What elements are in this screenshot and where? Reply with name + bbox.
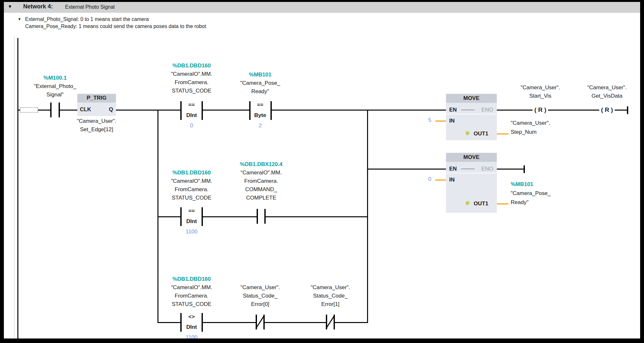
- move1-title[interactable]: MOVE: [463, 95, 479, 102]
- branch2-cmp-contact[interactable]: [180, 207, 182, 226]
- cmp2-type[interactable]: Byte: [254, 112, 266, 119]
- wire: [158, 216, 182, 217]
- no-contact-command-complete[interactable]: [264, 209, 266, 224]
- fresh-value-icon: ✳: [465, 200, 470, 206]
- empty-element-placeholder[interactable]: [20, 107, 38, 113]
- ptrig-pin-q[interactable]: Q: [109, 106, 113, 113]
- coil2-operand[interactable]: Get_VisData: [592, 93, 622, 99]
- branch3-cmp-contact[interactable]: [202, 313, 203, 332]
- branch3-cmp-address[interactable]: %DB1.DBD160: [172, 276, 211, 282]
- tia-portal-network-view: ▼ Network 4: External Photo Signal ▼ Ext…: [0, 0, 644, 343]
- move1-pin-in[interactable]: IN: [449, 118, 455, 124]
- network-body-border: [14, 36, 14, 338]
- nc2-operand[interactable]: "Camera_User".: [311, 284, 350, 291]
- move1-out-operand[interactable]: "Camera_User".: [511, 120, 550, 126]
- cmp2-operator[interactable]: ==: [257, 102, 263, 108]
- block-separator: [446, 114, 497, 114]
- branch2-cmp-value[interactable]: 1100: [186, 229, 198, 235]
- nc1-operand[interactable]: "Camera_User".: [241, 284, 280, 291]
- cmp1-type[interactable]: DInt: [186, 112, 197, 119]
- branch2-cmp-operand[interactable]: STATUS_CODE: [172, 195, 211, 201]
- branch2-contact-operand[interactable]: FromCamera.: [244, 178, 278, 184]
- ptrig-pin-clk[interactable]: CLK: [80, 106, 91, 113]
- no-contact-command-complete[interactable]: [257, 209, 258, 224]
- rung-end-terminal: [524, 165, 525, 173]
- branch3-cmp-type[interactable]: DInt: [186, 324, 197, 330]
- move1-out-operand[interactable]: Step_Num: [511, 129, 536, 135]
- branch2-contact-address[interactable]: %DB1.DBX120.4: [240, 161, 282, 168]
- move1-pin-en[interactable]: EN: [449, 107, 457, 113]
- power-rail: [17, 38, 18, 338]
- cmp1-operand[interactable]: FromCamera.: [175, 79, 209, 86]
- move2-title[interactable]: MOVE: [463, 154, 479, 161]
- reset-coil-start-vis[interactable]: ( R ): [535, 106, 546, 113]
- cmp1-contact[interactable]: [202, 101, 203, 120]
- no-contact-external-photo-signal[interactable]: [50, 103, 52, 117]
- move2-pin-in[interactable]: IN: [449, 177, 455, 183]
- cmp1-contact[interactable]: [180, 101, 182, 120]
- branch3-cmp-operand[interactable]: FromCamera.: [175, 293, 209, 299]
- ptrig-title[interactable]: P_TRIG: [87, 95, 106, 101]
- branch3-cmp-contact[interactable]: [180, 313, 182, 332]
- nc1-operand[interactable]: Error[0]: [251, 301, 270, 308]
- nc2-operand[interactable]: Error[1]: [321, 301, 340, 308]
- comment-collapse-icon[interactable]: ▼: [18, 17, 21, 21]
- move2-pin-en[interactable]: EN: [449, 166, 457, 172]
- contact-operand[interactable]: "External_Photo_: [34, 83, 76, 90]
- comment-line-1[interactable]: External_Photo_Signal: 0 to 1 means star…: [25, 16, 149, 23]
- cmp2-value[interactable]: 2: [259, 122, 261, 129]
- nc2-operand[interactable]: Status_Code_: [313, 293, 348, 299]
- cmp1-operand[interactable]: "CameraIO".MM.: [171, 71, 212, 77]
- cmp2-operand[interactable]: "Camera_Pose_: [240, 80, 280, 86]
- branch3-cmp-operator[interactable]: <>: [188, 314, 195, 320]
- branch2-cmp-address[interactable]: %DB1.DBD160: [172, 170, 211, 176]
- ptrig-operand[interactable]: Set_Edge[12]: [80, 126, 113, 133]
- move2-out-address[interactable]: %MB101: [511, 181, 533, 188]
- coil2-operand[interactable]: "Camera_User".: [587, 84, 627, 91]
- cmp2-contact[interactable]: [249, 101, 251, 120]
- block-separator: [446, 173, 497, 173]
- nc1-operand[interactable]: Status_Code_: [243, 293, 278, 299]
- cmp1-operand[interactable]: STATUS_CODE: [172, 88, 211, 94]
- ptrig-operand[interactable]: "Camera_User".: [77, 118, 117, 124]
- network-label[interactable]: Network 4:: [23, 3, 53, 10]
- branch2-cmp-operator[interactable]: ==: [188, 208, 195, 214]
- move2-out-operand[interactable]: "Camera_Pose_: [511, 190, 551, 197]
- branch3-cmp-operand[interactable]: "CameraIO".MM.: [171, 284, 212, 291]
- orange-wire: [497, 203, 508, 204]
- branch2-cmp-operand[interactable]: FromCamera.: [175, 186, 209, 193]
- coil1-operand[interactable]: "Camera_User".: [521, 84, 560, 91]
- contact-address[interactable]: %M100.1: [43, 75, 67, 81]
- move2-out-operand[interactable]: Ready": [511, 199, 528, 206]
- comment-line-2[interactable]: Camera_Pose_Ready: 1 means could send th…: [25, 23, 206, 30]
- branch2-cmp-contact[interactable]: [202, 207, 203, 226]
- branch3-cmp-value[interactable]: 1100: [186, 334, 198, 338]
- move2-pin-eno[interactable]: ENO: [481, 166, 493, 172]
- cmp1-address[interactable]: %DB1.DBD160: [172, 63, 211, 69]
- branch2-contact-operand[interactable]: COMMAND_: [245, 186, 277, 193]
- branch2-contact-operand[interactable]: "CameraIO".MM.: [241, 170, 282, 176]
- move2-in-value[interactable]: 0: [428, 176, 431, 182]
- reset-coil-get-visdata[interactable]: ( R ): [601, 106, 613, 113]
- coil1-operand[interactable]: Start_Vis: [529, 93, 552, 99]
- en-eno-dash: [461, 169, 475, 169]
- cmp2-contact[interactable]: [270, 101, 272, 120]
- move1-pin-eno[interactable]: ENO: [481, 107, 493, 113]
- wire: [203, 216, 257, 217]
- branch2-contact-operand[interactable]: COMPLETE: [246, 195, 276, 201]
- network-collapse-icon[interactable]: ▼: [8, 4, 12, 9]
- contact-operand[interactable]: Signal": [46, 92, 63, 98]
- cmp2-address[interactable]: %MB101: [249, 72, 271, 78]
- network-title[interactable]: External Photo Signal: [65, 4, 115, 10]
- no-contact-external-photo-signal[interactable]: [59, 103, 60, 117]
- move2-pin-out1[interactable]: OUT1: [474, 201, 488, 207]
- move1-in-value[interactable]: 5: [428, 117, 431, 123]
- move1-pin-out1[interactable]: OUT1: [474, 131, 488, 137]
- cmp1-operator[interactable]: ==: [188, 102, 195, 108]
- branch2-cmp-type[interactable]: DInt: [186, 218, 197, 225]
- branch2-cmp-operand[interactable]: "CameraIO".MM.: [171, 178, 212, 184]
- cmp1-value[interactable]: 0: [190, 122, 193, 129]
- rung-end-terminal: [627, 106, 628, 114]
- branch3-cmp-operand[interactable]: STATUS_CODE: [172, 301, 211, 308]
- cmp2-operand[interactable]: Ready": [251, 88, 269, 95]
